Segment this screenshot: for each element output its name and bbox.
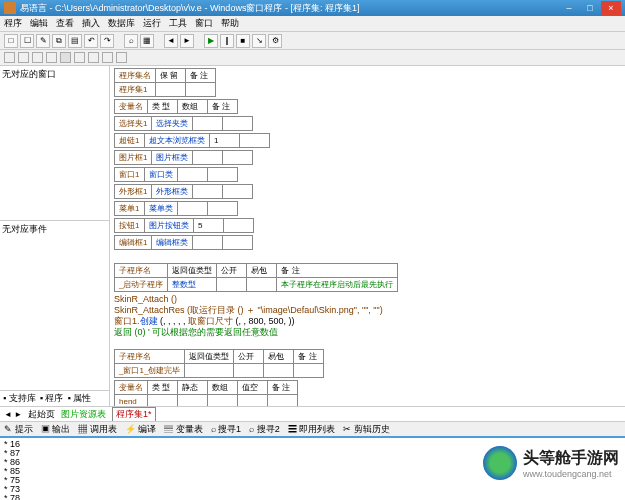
menu-help[interactable]: 帮助: [221, 17, 239, 30]
shape-button[interactable]: [74, 52, 85, 63]
tab-program[interactable]: ▪ 程序: [40, 392, 64, 405]
find-icon[interactable]: ⌕: [124, 34, 138, 48]
tab-props[interactable]: ▪ 属性: [67, 392, 91, 405]
local-vars-table: 变量名类 型静态数组值空备 注 hend: [114, 380, 298, 406]
step-icon[interactable]: ↘: [252, 34, 266, 48]
app-icon: [4, 2, 16, 14]
redo-icon[interactable]: ↷: [100, 34, 114, 48]
menu-edit[interactable]: 编辑: [30, 17, 48, 30]
footer-tabs: ✎ 提示 ▣ 输出 ▦ 调用表 ⚡ 编译 ▤ 变量表 ⌕ 搜寻1 ⌕ 搜寻2 ☰…: [0, 421, 625, 436]
prev-icon[interactable]: ◄: [164, 34, 178, 48]
compile-icon[interactable]: ⚙: [268, 34, 282, 48]
sub2-table: 子程序名返回值类型公开易包备 注 _窗口1_创建完毕: [114, 349, 324, 378]
footer-search2[interactable]: ⌕ 搜寻2: [249, 423, 280, 436]
tree-item[interactable]: 无对应事件: [2, 223, 107, 236]
tab-res[interactable]: 图片资源表: [61, 408, 106, 421]
next-icon[interactable]: ►: [180, 34, 194, 48]
left-tabs: ▪ 支持库 ▪ 程序 ▪ 属性: [0, 390, 109, 406]
menu-database[interactable]: 数据库: [108, 17, 135, 30]
maximize-button[interactable]: □: [580, 1, 600, 15]
undo-icon[interactable]: ↶: [84, 34, 98, 48]
minimize-button[interactable]: –: [559, 1, 579, 15]
tab-start[interactable]: 起始页: [28, 408, 55, 421]
stop-icon[interactable]: ■: [236, 34, 250, 48]
footer-list[interactable]: ☰ 即用列表: [288, 423, 336, 436]
menu-run[interactable]: 运行: [143, 17, 161, 30]
watermark: 头等舱手游网 www.toudengcang.net: [483, 446, 619, 480]
menubar: 程序 编辑 查看 插入 数据库 运行 工具 窗口 帮助: [0, 16, 625, 32]
paste-icon[interactable]: ▤: [68, 34, 82, 48]
tab-support[interactable]: ▪ 支持库: [3, 392, 36, 405]
close-button[interactable]: ×: [601, 1, 621, 15]
menu-view[interactable]: 查看: [56, 17, 74, 30]
editor-tabs: ◄ ► 起始页 图片资源表 程序集1*: [0, 406, 625, 421]
copy-icon[interactable]: ⧉: [52, 34, 66, 48]
toolbar-main: □ ☐ ✎ ⧉ ▤ ↶ ↷ ⌕ ▦ ◄ ► ▶ ‖ ■ ↘ ⚙: [0, 32, 625, 50]
footer-clip[interactable]: ✂ 剪辑历史: [343, 423, 390, 436]
footer-call[interactable]: ▦ 调用表: [78, 423, 117, 436]
shape-button[interactable]: [18, 52, 29, 63]
watermark-logo-icon: [483, 446, 517, 480]
tree-events[interactable]: 无对应事件: [0, 221, 109, 390]
shape-button[interactable]: [46, 52, 57, 63]
footer-tip[interactable]: ✎ 提示: [4, 423, 33, 436]
shape-button[interactable]: [32, 52, 43, 63]
open-icon[interactable]: ☐: [20, 34, 34, 48]
left-panel: 无对应的窗口 无对应事件 ▪ 支持库 ▪ 程序 ▪ 属性: [0, 66, 110, 406]
run-icon[interactable]: ▶: [204, 34, 218, 48]
footer-compile[interactable]: ⚡ 编译: [125, 423, 157, 436]
watermark-url: www.toudengcang.net: [523, 469, 619, 479]
watermark-title: 头等舱手游网: [523, 448, 619, 469]
footer-vars[interactable]: ▤ 变量表: [164, 423, 203, 436]
window-title: 易语言 - C:\Users\Administrator\Desktop\v\v…: [20, 2, 558, 15]
shape-button[interactable]: [88, 52, 99, 63]
tree-windows[interactable]: 无对应的窗口: [0, 66, 109, 221]
toolbar-shapes: [0, 50, 625, 66]
tree-item[interactable]: 无对应的窗口: [2, 68, 107, 81]
menu-tools[interactable]: 工具: [169, 17, 187, 30]
code-editor[interactable]: 程序集名保 留备 注 程序集1 变量名类 型数组备 注 选择夹1选择夹类超链1超…: [110, 66, 625, 406]
shape-button[interactable]: [102, 52, 113, 63]
tab-programset[interactable]: 程序集1*: [112, 407, 156, 421]
shape-button[interactable]: [4, 52, 15, 63]
new-icon[interactable]: □: [4, 34, 18, 48]
menu-window[interactable]: 窗口: [195, 17, 213, 30]
titlebar: 易语言 - C:\Users\Administrator\Desktop\v\v…: [0, 0, 625, 16]
menu-program[interactable]: 程序: [4, 17, 22, 30]
shape-button[interactable]: [116, 52, 127, 63]
table-icon[interactable]: ▦: [140, 34, 154, 48]
save-icon[interactable]: ✎: [36, 34, 50, 48]
menu-insert[interactable]: 插入: [82, 17, 100, 30]
sub1-table: 子程序名返回值类型公开易包备 注 _启动子程序整数型本子程序在程序启动后最先执行: [114, 263, 398, 292]
pause-icon[interactable]: ‖: [220, 34, 234, 48]
footer-output[interactable]: ▣ 输出: [41, 423, 71, 436]
vars-table: 变量名类 型数组备 注: [114, 99, 238, 114]
footer-search1[interactable]: ⌕ 搜寻1: [211, 423, 242, 436]
shape-button[interactable]: [60, 52, 71, 63]
program-set-table: 程序集名保 留备 注 程序集1: [114, 68, 216, 97]
